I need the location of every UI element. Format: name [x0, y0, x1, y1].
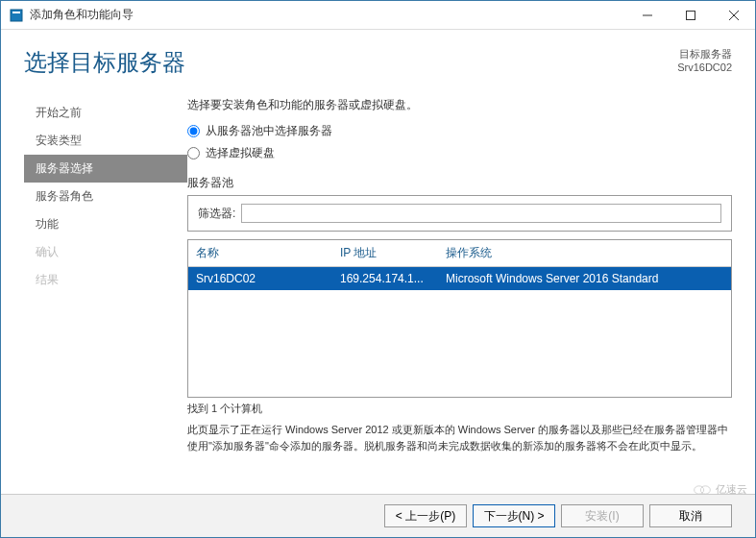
- cell-name: Srv16DC02: [188, 267, 332, 290]
- minimize-button[interactable]: [625, 1, 669, 30]
- found-count: 找到 1 个计算机: [187, 402, 732, 416]
- next-button[interactable]: 下一步(N) >: [473, 504, 555, 527]
- cell-os: Microsoft Windows Server 2016 Standard: [438, 267, 731, 290]
- filter-label: 筛选器:: [198, 206, 235, 222]
- page-description: 此页显示了正在运行 Windows Server 2012 或更新版本的 Win…: [187, 422, 732, 453]
- filter-box: 筛选器:: [187, 195, 732, 232]
- maximize-button[interactable]: [669, 1, 712, 30]
- watermark: 亿速云: [693, 482, 747, 497]
- target-info: 目标服务器 Srv16DC02: [677, 47, 732, 73]
- main-content: 选择要安装角色和功能的服务器或虚拟硬盘。 从服务器池中选择服务器 选择虚拟硬盘 …: [187, 89, 732, 453]
- radio-server-pool[interactable]: 从服务器池中选择服务器: [187, 123, 732, 139]
- wizard-step-5: 确认: [24, 238, 187, 266]
- cell-ip: 169.254.174.1...: [332, 267, 438, 290]
- col-header-name[interactable]: 名称: [188, 240, 332, 266]
- selection-type-radio-group: 从服务器池中选择服务器 选择虚拟硬盘: [187, 123, 732, 161]
- svg-rect-3: [686, 11, 695, 19]
- radio-vhd-label: 选择虚拟硬盘: [206, 145, 275, 161]
- page-heading: 选择目标服务器: [24, 47, 677, 78]
- radio-server-pool-label: 从服务器池中选择服务器: [206, 123, 332, 139]
- watermark-text: 亿速云: [716, 482, 747, 497]
- target-value: Srv16DC02: [677, 61, 732, 73]
- title-bar: 添加角色和功能向导: [1, 1, 755, 30]
- svg-rect-1: [12, 12, 20, 13]
- svg-rect-0: [11, 10, 22, 21]
- install-button[interactable]: 安装(I): [561, 504, 644, 527]
- col-header-ip[interactable]: IP 地址: [332, 240, 438, 266]
- server-pool-label: 服务器池: [187, 175, 732, 191]
- grid-header: 名称 IP 地址 操作系统: [188, 240, 731, 267]
- target-label: 目标服务器: [677, 47, 732, 61]
- wizard-steps: 开始之前安装类型服务器选择服务器角色功能确认结果: [24, 89, 187, 453]
- cancel-button[interactable]: 取消: [649, 504, 732, 527]
- server-row[interactable]: Srv16DC02169.254.174.1...Microsoft Windo…: [188, 267, 731, 290]
- close-button[interactable]: [712, 1, 755, 30]
- wizard-step-1[interactable]: 安装类型: [24, 127, 187, 155]
- app-icon: [9, 8, 24, 23]
- wizard-step-2[interactable]: 服务器选择: [24, 155, 187, 183]
- previous-button[interactable]: < 上一步(P): [384, 504, 467, 527]
- window-title: 添加角色和功能向导: [30, 7, 625, 23]
- instruction-text: 选择要安装角色和功能的服务器或虚拟硬盘。: [187, 97, 732, 113]
- col-header-os[interactable]: 操作系统: [438, 240, 731, 266]
- radio-server-pool-input[interactable]: [187, 125, 200, 137]
- wizard-step-6: 结果: [24, 266, 187, 294]
- wizard-step-4[interactable]: 功能: [24, 210, 187, 238]
- radio-vhd[interactable]: 选择虚拟硬盘: [187, 145, 732, 161]
- wizard-step-0[interactable]: 开始之前: [24, 99, 187, 127]
- filter-input[interactable]: [241, 204, 721, 223]
- server-grid[interactable]: 名称 IP 地址 操作系统 Srv16DC02169.254.174.1...M…: [187, 239, 732, 398]
- radio-vhd-input[interactable]: [187, 147, 200, 159]
- wizard-step-3[interactable]: 服务器角色: [24, 183, 187, 210]
- wizard-footer: < 上一步(P) 下一步(N) > 安装(I) 取消: [1, 494, 755, 537]
- wizard-header: 选择目标服务器 目标服务器 Srv16DC02: [1, 30, 755, 78]
- svg-point-7: [700, 485, 710, 493]
